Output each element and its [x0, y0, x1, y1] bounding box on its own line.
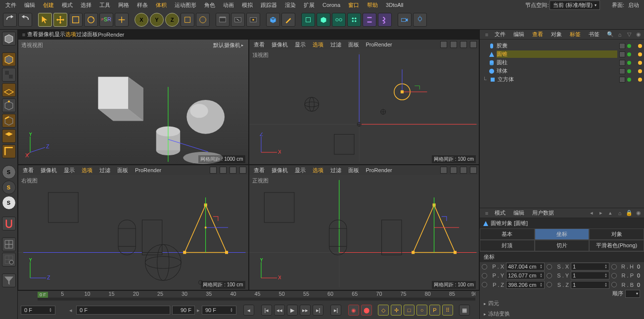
tab-coord[interactable]: 坐标 [535, 228, 590, 240]
vis-toggle[interactable] [619, 60, 625, 66]
om-object[interactable]: 对象 [548, 30, 565, 39]
anim-py[interactable] [482, 273, 487, 278]
object-tree[interactable]: 胶囊 圆锥 圆柱 球体 └立方体 [480, 40, 644, 208]
attr-up-icon[interactable]: ▴ [607, 210, 614, 217]
vp3-i3[interactable] [230, 167, 236, 174]
spline-pen[interactable] [281, 13, 295, 27]
vp-menu-panel[interactable]: 面板 [87, 31, 98, 38]
model-mode[interactable] [2, 32, 16, 46]
vp-menu-camera[interactable]: 摄像机 [38, 31, 54, 38]
attr-lock-icon[interactable]: 🔒 [626, 210, 633, 217]
order-dropdown[interactable]: ▾ [625, 290, 640, 298]
vp-menu-prorender[interactable]: ProRender [98, 32, 124, 38]
vp2-display[interactable]: 显示 [292, 41, 308, 49]
polygon-mode[interactable] [2, 129, 16, 143]
vp4-filter[interactable]: 过滤 [328, 166, 344, 175]
anim-sy[interactable] [547, 273, 552, 278]
interface-dropdown[interactable]: 启动 [625, 1, 642, 9]
om-edit[interactable]: 编辑 [510, 30, 528, 39]
menu-file[interactable]: 文件 [2, 0, 20, 10]
vp2-panel[interactable]: 面板 [346, 41, 362, 49]
scale-tool[interactable] [69, 13, 83, 27]
menu-create[interactable]: 创建 [40, 0, 57, 10]
menu-tools[interactable]: 工具 [96, 0, 114, 10]
timeline-ruler[interactable]: 051015202530354045505560657075808590 0 F [18, 291, 479, 302]
timeline-start[interactable]: 0 F▲▼ [21, 306, 55, 315]
menu-simulate[interactable]: 模拟 [238, 0, 256, 10]
menu-window[interactable]: 窗口 [345, 0, 363, 10]
menu-mesh[interactable]: 网格 [115, 0, 133, 10]
anim-rh[interactable] [611, 264, 617, 270]
anim-sx[interactable] [547, 264, 552, 270]
vp4-pro[interactable]: ProRender [364, 167, 395, 174]
key-scale[interactable]: □ [404, 305, 414, 316]
node-space-dropdown[interactable]: 当前 (标准/物理)▾ [550, 0, 599, 10]
generator-3[interactable] [332, 13, 346, 27]
menu-mode[interactable]: 模式 [58, 0, 76, 10]
axis-mode[interactable] [2, 144, 16, 158]
attr-eye-icon[interactable]: ◉ [635, 210, 642, 217]
next-frame[interactable]: ▸▸ [300, 305, 311, 316]
redo-button[interactable] [18, 13, 32, 27]
axis-y-toggle[interactable]: Y [150, 13, 164, 27]
enable-dot[interactable] [627, 44, 631, 48]
axis-z-toggle[interactable]: Z [165, 13, 179, 27]
goto-start[interactable]: ◂ [243, 305, 254, 316]
vp3-i2[interactable] [220, 167, 227, 174]
expander-quaternion[interactable]: 四元 [480, 298, 644, 309]
vp4-i1[interactable] [440, 167, 447, 174]
primitive-cube[interactable] [266, 13, 280, 27]
anim-pz[interactable] [482, 282, 487, 287]
workplane-mode[interactable] [2, 83, 16, 97]
viewport-right[interactable]: 查看摄像机显示选项过滤面板ProRender 右视图 YZ 网格间距 [18, 165, 249, 290]
tab-object[interactable]: 对象 [589, 228, 644, 240]
vp2-view[interactable]: 查看 [251, 41, 267, 49]
key-rot[interactable]: ○ [416, 305, 427, 316]
vp3-pro[interactable]: ProRender [133, 167, 164, 174]
anim-px[interactable] [482, 264, 487, 270]
coord-world[interactable] [196, 13, 210, 27]
anim-rp[interactable] [611, 273, 617, 278]
om-view[interactable]: 查看 [529, 30, 547, 39]
obj-capsule[interactable]: 胶囊 [482, 42, 642, 50]
om-filter-icon[interactable]: ▽ [626, 31, 633, 38]
phong-tag[interactable] [638, 52, 642, 56]
tab-cap[interactable]: 封顶 [480, 240, 535, 251]
timeline-current[interactable]: 90 F▲▼ [202, 306, 236, 315]
om-tags[interactable]: 标签 [566, 30, 584, 39]
timeline-range-start[interactable]: 0 F [76, 306, 170, 315]
obj-cube[interactable]: └立方体 [482, 75, 642, 84]
enable-dot[interactable] [627, 52, 631, 56]
timeline-marker[interactable]: 0 F [38, 292, 48, 298]
generator-2[interactable] [317, 13, 330, 27]
autokey-button[interactable]: ⬤ [361, 305, 372, 316]
vp3-i1[interactable] [210, 167, 217, 174]
anim-rb[interactable] [611, 282, 617, 287]
enable-dot[interactable] [627, 69, 631, 73]
recent-tool[interactable] [115, 13, 129, 27]
vp2-i1[interactable] [440, 41, 447, 48]
play-button[interactable]: ▶ [287, 305, 298, 316]
menu-3dtoall[interactable]: 3DtoAll [382, 1, 407, 9]
vp3-panel[interactable]: 面板 [115, 166, 131, 175]
viewport-hamburger-icon[interactable]: ≡ [20, 31, 27, 38]
menu-character[interactable]: 角色 [201, 0, 219, 10]
viewport-perspective[interactable]: 透视视图 默认摄像机▸ YZX 网格间距 : 1000 cm [18, 39, 249, 165]
vp2-i3[interactable] [460, 41, 467, 48]
menu-edit[interactable]: 编辑 [21, 0, 39, 10]
vp3-view[interactable]: 查看 [20, 166, 36, 175]
render-view[interactable] [216, 13, 230, 27]
menu-tracker[interactable]: 跟踪器 [257, 0, 280, 10]
vp-menu-options[interactable]: 选项 [65, 31, 76, 38]
light-tool[interactable] [413, 13, 427, 27]
vp3-camera[interactable]: 摄像机 [38, 166, 59, 175]
texture-mode[interactable] [2, 68, 16, 82]
expander-freeze[interactable]: 冻结变换 [480, 309, 644, 319]
vp-menu-view[interactable]: 查看 [27, 31, 38, 38]
attr-back-icon[interactable]: ◂ [588, 210, 595, 217]
vp3-i4[interactable] [239, 167, 246, 174]
vp2-pro[interactable]: ProRender [364, 41, 395, 48]
record-button[interactable]: ◉ [348, 305, 359, 316]
vp4-display[interactable]: 显示 [292, 166, 308, 175]
menu-mograph[interactable]: 运动图形 [171, 0, 200, 10]
